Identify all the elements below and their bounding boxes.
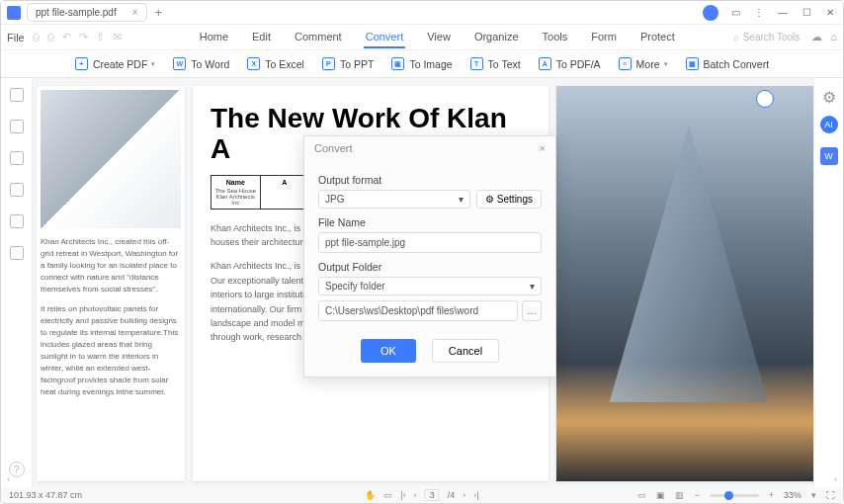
status-bar: 101.93 x 47.87 cm ✋ ▭ |‹ ‹ 3 /4 › ›| ▭ ▣…: [1, 487, 843, 503]
main-menu: Home Edit Comment Convert View Organize …: [198, 27, 677, 48]
doc-table: NameThe Sea House Klan Architects Inc A: [211, 175, 309, 210]
doc-text: Khan Architects Inc., created this off-g…: [41, 236, 181, 295]
menu-home[interactable]: Home: [198, 27, 230, 48]
home-icon[interactable]: ⌂: [830, 31, 837, 43]
menu-comment[interactable]: Comment: [293, 27, 344, 48]
cursor-position: 101.93 x 47.87 cm: [9, 490, 82, 500]
search-tools[interactable]: ⌕ Search Tools: [733, 32, 801, 42]
app-icon: [7, 6, 21, 20]
scroll-nav: ‹ ›: [1, 472, 843, 486]
page-left: Khan Architects Inc., created this off-g…: [37, 86, 185, 481]
first-page-icon[interactable]: |‹: [400, 490, 405, 500]
dialog-title: Convert: [314, 142, 353, 154]
zoom-dropdown-icon[interactable]: ▾: [811, 490, 816, 500]
new-tab-button[interactable]: +: [155, 5, 163, 20]
word-export-icon[interactable]: W: [820, 147, 838, 165]
to-pdfa-button[interactable]: ATo PDF/A: [539, 57, 601, 70]
redo-icon[interactable]: ↷: [79, 31, 88, 43]
zoom-level: 33%: [784, 490, 802, 500]
more-button[interactable]: ≡More▾: [619, 57, 668, 70]
user-avatar[interactable]: [703, 5, 718, 21]
page-right: [556, 86, 813, 481]
page-image: [41, 90, 181, 228]
chevron-down-icon: ▾: [530, 281, 535, 292]
properties-icon[interactable]: ⚙: [822, 88, 836, 102]
hand-tool-icon[interactable]: ✋: [365, 490, 376, 500]
output-format-select[interactable]: JPG ▾: [318, 190, 470, 209]
page-number-input[interactable]: 3: [430, 490, 435, 500]
layers-icon[interactable]: [10, 246, 24, 260]
fit-page-icon[interactable]: ▣: [656, 490, 665, 500]
bookmarks-icon[interactable]: [10, 120, 24, 133]
to-word-button[interactable]: WTo Word: [173, 57, 229, 70]
print-icon[interactable]: ⎙: [47, 31, 54, 43]
share-icon[interactable]: ⇪: [96, 31, 105, 43]
settings-button[interactable]: ⚙ Settings: [476, 190, 542, 209]
attachment-icon[interactable]: [10, 183, 24, 197]
title-bar: ppt file-sample.pdf × + ▭ ⋮ — ☐ ✕: [1, 1, 843, 25]
output-folder-label: Output Folder: [318, 261, 542, 273]
right-sidebar: ⚙ AI W: [813, 78, 843, 487]
menu-convert[interactable]: Convert: [364, 27, 406, 48]
save-icon[interactable]: ⎙: [33, 31, 40, 43]
file-name-label: File Name: [318, 216, 542, 228]
convert-toolbar: +Create PDF▾ WTo Word XTo Excel PTo PPT …: [1, 50, 843, 78]
batch-convert-button[interactable]: ▦Batch Convert: [686, 57, 770, 70]
output-format-label: Output format: [318, 174, 542, 186]
document-tab[interactable]: ppt file-sample.pdf ×: [27, 3, 147, 22]
cloud-icon[interactable]: ☁: [811, 31, 822, 43]
search-placeholder: Search Tools: [743, 32, 801, 42]
menu-organize[interactable]: Organize: [472, 27, 521, 48]
select-tool-icon[interactable]: ▭: [383, 490, 392, 500]
star-icon[interactable]: [10, 151, 24, 165]
output-folder-select[interactable]: Specify folder ▾: [318, 277, 542, 295]
prev-page-icon[interactable]: ‹: [414, 490, 417, 500]
menu-edit[interactable]: Edit: [250, 27, 273, 48]
view-mode-icon[interactable]: ▥: [675, 490, 684, 500]
fullscreen-icon[interactable]: ⛶: [826, 490, 835, 500]
ok-button[interactable]: OK: [361, 339, 416, 363]
thumbnails-icon[interactable]: [10, 88, 24, 102]
output-path-input[interactable]: [318, 300, 518, 321]
feedback-icon[interactable]: ▭: [728, 6, 742, 20]
last-page-icon[interactable]: ›|: [473, 490, 478, 500]
zoom-in-icon[interactable]: +: [769, 490, 774, 500]
mail-icon[interactable]: ✉: [113, 31, 122, 43]
create-pdf-button[interactable]: +Create PDF▾: [75, 57, 155, 70]
to-text-button[interactable]: TTo Text: [470, 57, 521, 70]
to-image-button[interactable]: ▣To Image: [391, 57, 452, 70]
to-excel-button[interactable]: XTo Excel: [247, 57, 304, 70]
fit-width-icon[interactable]: ▭: [637, 490, 646, 500]
undo-icon[interactable]: ↶: [62, 31, 71, 43]
ai-icon[interactable]: AI: [820, 116, 838, 133]
next-page-icon[interactable]: ›: [463, 490, 465, 500]
menu-bar: File ⎙ ⎙ ↶ ↷ ⇪ ✉ Home Edit Comment Conve…: [1, 25, 843, 50]
menu-tools[interactable]: Tools: [541, 27, 570, 48]
zoom-out-icon[interactable]: −: [694, 490, 699, 500]
browse-button[interactable]: …: [522, 300, 542, 321]
kebab-icon[interactable]: ⋮: [752, 6, 766, 20]
page-total: /4: [448, 490, 456, 500]
maximize-button[interactable]: ☐: [800, 6, 813, 20]
cancel-button[interactable]: Cancel: [432, 339, 499, 363]
to-ppt-button[interactable]: PTo PPT: [322, 57, 374, 70]
search-panel-icon[interactable]: [10, 214, 24, 228]
scroll-right-icon[interactable]: ›: [834, 474, 837, 484]
page-badge-icon[interactable]: [756, 90, 774, 108]
menu-protect[interactable]: Protect: [638, 27, 677, 48]
minimize-button[interactable]: —: [776, 6, 790, 20]
zoom-slider[interactable]: [710, 494, 759, 497]
dialog-close-icon[interactable]: ×: [540, 142, 546, 154]
file-name-input[interactable]: [318, 232, 542, 253]
search-icon: ⌕: [733, 32, 739, 42]
menu-view[interactable]: View: [425, 27, 453, 48]
scroll-left-icon[interactable]: ‹: [7, 474, 10, 484]
tab-label: ppt file-sample.pdf: [36, 7, 117, 18]
tab-close-icon[interactable]: ×: [132, 7, 138, 18]
left-sidebar: ?: [1, 78, 33, 487]
close-window-button[interactable]: ✕: [823, 6, 837, 20]
menu-form[interactable]: Form: [589, 27, 619, 48]
doc-text: It relies on photovoltaic panels for ele…: [41, 303, 181, 398]
convert-dialog: Convert × Output format JPG ▾ ⚙ Settings…: [303, 135, 556, 378]
file-menu[interactable]: File: [7, 32, 25, 43]
